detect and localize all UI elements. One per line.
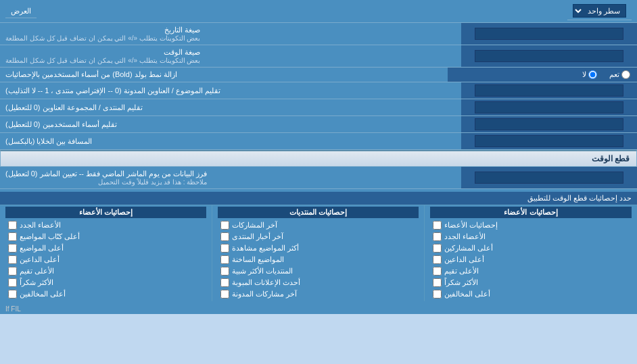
- bold-yes-label[interactable]: تعم: [609, 70, 630, 79]
- footer-text: If FIL: [0, 304, 637, 314]
- usernames-order-input[interactable]: 0: [475, 118, 623, 130]
- cb-top-violators2[interactable]: [433, 290, 442, 298]
- time-cut-header: قطع الوقت: [0, 150, 637, 167]
- forum-order-input[interactable]: 33: [475, 101, 623, 113]
- display-row: سطر واحد العرض: [0, 0, 637, 23]
- cell-spacing-input[interactable]: 2: [475, 135, 623, 147]
- time-cut-label: فرز البيانات من يوم الماشر الماضي فقط --…: [0, 167, 461, 188]
- bold-no-label[interactable]: لا: [582, 70, 597, 79]
- cb-item[interactable]: الأكثر شكراً: [430, 277, 632, 288]
- cb-last-posts[interactable]: [220, 221, 229, 230]
- cb-item[interactable]: الأعضاء الجدد: [430, 231, 632, 242]
- bold-no-radio[interactable]: [588, 70, 597, 79]
- checkbox-col-1: إحصائيات الأعضاء الأعضاء الجدد أعلى كتّا…: [0, 205, 212, 301]
- cb-stats-members[interactable]: [433, 221, 442, 230]
- cb-last-collab[interactable]: [220, 290, 229, 298]
- checkbox-col-2: إحصائيات المنتديات آخر المشاركات آخر أخب…: [212, 205, 425, 301]
- checkboxes-grid: إحصائيات الأعضاء إحصائيات الأعضاء الأعضا…: [0, 205, 637, 301]
- cb-top-rated3[interactable]: [8, 267, 17, 276]
- checkboxes-section: حدد إحصائيات قطع الوقت للتطبيق إحصائيات …: [0, 189, 637, 304]
- cb-recent-ads[interactable]: [220, 278, 229, 287]
- checkboxes-header: حدد إحصائيات قطع الوقت للتطبيق: [0, 192, 637, 205]
- cb-top-sharers[interactable]: [433, 244, 442, 253]
- time-cut-row: 0 فرز البيانات من يوم الماشر الماضي فقط …: [0, 167, 637, 189]
- display-label: العرض: [5, 5, 37, 18]
- bold-yes-radio[interactable]: [621, 70, 630, 79]
- time-format-input-container[interactable]: H:i: [461, 45, 637, 67]
- cb-item[interactable]: الأعلى تقيم: [430, 265, 632, 277]
- cb-top-writers[interactable]: [8, 232, 17, 241]
- time-format-row: H:i صيغة الوقت بعض التكوينات يتطلب «/» ا…: [0, 45, 637, 68]
- topics-order-row: 33 تقليم الموضوع / العناوين المدونة (0 -…: [0, 82, 637, 99]
- cb-top-daein[interactable]: [433, 255, 442, 264]
- main-container: سطر واحد العرض d-m صيغة التاريخ بعض التك…: [0, 0, 637, 314]
- cb-item[interactable]: إحصائيات الأعضاء: [430, 219, 632, 231]
- usernames-order-label: تقليم أسماء المستخدمين (0 للتعطيل): [0, 116, 461, 132]
- forum-order-label: تقليم المنتدى / المجموعة العناوين (0 للت…: [0, 99, 461, 115]
- cb-item[interactable]: آخر المشاركات: [218, 219, 419, 231]
- cb-item[interactable]: أعلى المخالفين: [430, 288, 632, 300]
- display-select-container[interactable]: سطر واحد: [567, 2, 632, 20]
- date-format-label: صيغة التاريخ بعض التكوينات يتطلب «/» الت…: [0, 23, 461, 45]
- forum-order-row: 33 تقليم المنتدى / المجموعة العناوين (0 …: [0, 99, 637, 116]
- date-format-row: d-m صيغة التاريخ بعض التكوينات يتطلب «/»…: [0, 23, 637, 45]
- cb-last-news[interactable]: [220, 232, 229, 241]
- usernames-order-input-container[interactable]: 0: [461, 116, 637, 132]
- cb-top-rated2[interactable]: [433, 267, 442, 276]
- cb-item[interactable]: أعلى المخالفين: [5, 288, 206, 300]
- cb-item[interactable]: الأكثر شكراً: [5, 277, 206, 288]
- display-select[interactable]: سطر واحد: [573, 4, 626, 18]
- cb-most-viewed[interactable]: [220, 244, 229, 253]
- col1-header: إحصائيات الأعضاء: [5, 207, 206, 218]
- usernames-order-row: 0 تقليم أسماء المستخدمين (0 للتعطيل): [0, 116, 637, 133]
- bold-remove-label: ازالة نمط بولد (Bold) من أسماء المستخدمي…: [0, 68, 448, 82]
- cb-item[interactable]: الأعلى تقيم: [5, 265, 206, 277]
- topics-order-label: تقليم الموضوع / العناوين المدونة (0 -- ا…: [0, 82, 461, 99]
- cb-top-topics[interactable]: [8, 244, 17, 253]
- cb-item[interactable]: أعلى المشاركين: [430, 242, 632, 254]
- cb-top-violators3[interactable]: [8, 290, 17, 298]
- cb-item[interactable]: أعلى المواضيع: [5, 242, 206, 254]
- cb-item[interactable]: أعلى كتّاب المواضيع: [5, 231, 206, 242]
- time-format-input[interactable]: H:i: [475, 50, 623, 62]
- cb-new-members[interactable]: [8, 221, 17, 230]
- cb-top-daein2[interactable]: [8, 255, 17, 264]
- cb-new-members2[interactable]: [433, 232, 442, 241]
- bold-radio-options: تعم لا: [448, 68, 637, 82]
- cell-spacing-input-container[interactable]: 2: [461, 133, 637, 149]
- topics-order-input[interactable]: 33: [475, 84, 623, 97]
- time-format-label: صيغة الوقت بعض التكوينات يتطلب «/» التي …: [0, 45, 461, 67]
- date-format-input[interactable]: d-m: [475, 28, 623, 40]
- col2-header: إحصائيات المنتديات: [218, 207, 419, 218]
- cb-item[interactable]: أعلى الداعين: [5, 254, 206, 265]
- cb-item[interactable]: المنتديات الأكثر شبية: [218, 265, 419, 277]
- cb-item[interactable]: أكثر المواضيع مشاهدة: [218, 242, 419, 254]
- cb-item[interactable]: آخر أخبار المنتدى: [218, 231, 419, 242]
- forum-order-input-container[interactable]: 33: [461, 99, 637, 115]
- cell-spacing-label: المسافة بين الخلايا (بالبكسل): [0, 133, 461, 149]
- bold-remove-row: تعم لا ازالة نمط بولد (Bold) من أسماء ال…: [0, 68, 637, 82]
- topics-order-input-container[interactable]: 33: [461, 82, 637, 99]
- time-cut-input[interactable]: 0: [475, 172, 623, 184]
- checkbox-col-3: إحصائيات الأعضاء إحصائيات الأعضاء الأعضا…: [425, 205, 637, 301]
- cb-item[interactable]: الأعضاء الجدد: [5, 219, 206, 231]
- col3-header: إحصائيات الأعضاء: [430, 207, 632, 218]
- date-format-input-container[interactable]: d-m: [461, 23, 637, 45]
- cb-item[interactable]: المواضيع الساخنة: [218, 254, 419, 265]
- cb-item[interactable]: أحدث الإعلانات المبوبة: [218, 277, 419, 288]
- cb-similar-forums[interactable]: [220, 267, 229, 276]
- cb-top-thanked3[interactable]: [8, 278, 17, 287]
- time-cut-input-container[interactable]: 0: [461, 167, 637, 188]
- cell-spacing-row: 2 المسافة بين الخلايا (بالبكسل): [0, 133, 637, 150]
- cb-item[interactable]: آخر مشاركات المدونة: [218, 288, 419, 300]
- cb-top-thanked2[interactable]: [433, 278, 442, 287]
- cb-item[interactable]: أعلى الداعين: [430, 254, 632, 265]
- cb-hot-topics[interactable]: [220, 255, 229, 264]
